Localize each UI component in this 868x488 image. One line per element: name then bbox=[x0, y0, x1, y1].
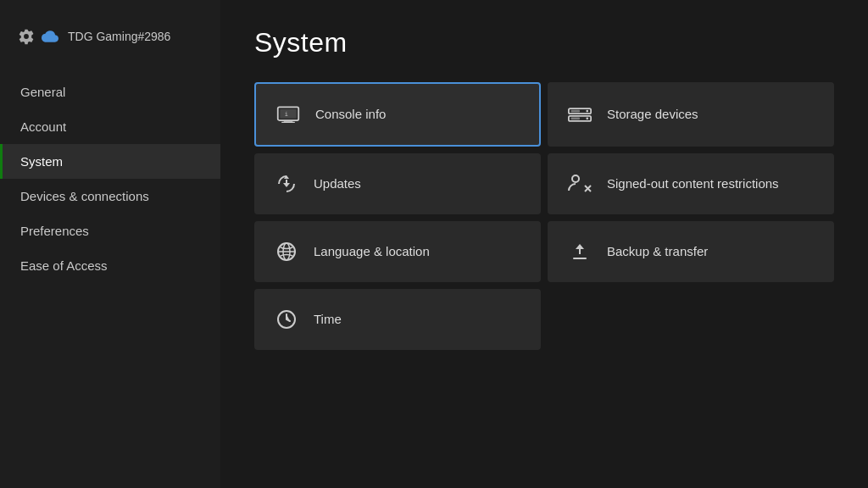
backup-icon bbox=[568, 240, 592, 263]
console-info-label: Console info bbox=[315, 106, 386, 123]
svg-point-8 bbox=[586, 118, 588, 120]
updates-label: Updates bbox=[314, 175, 361, 192]
language-icon bbox=[275, 240, 298, 263]
storage-label: Storage devices bbox=[607, 106, 698, 123]
signed-out-label: Signed-out content restrictions bbox=[607, 175, 779, 192]
time-icon bbox=[275, 308, 298, 331]
language-label: Language & location bbox=[314, 243, 430, 260]
sidebar: TDG Gaming#2986 General Account System D… bbox=[0, 0, 220, 488]
svg-rect-9 bbox=[571, 110, 581, 113]
grid-item-console-info[interactable]: i Console info bbox=[254, 82, 541, 147]
sidebar-item-ease[interactable]: Ease of Access bbox=[0, 248, 220, 283]
settings-grid: i Console info Storage devices bbox=[254, 82, 834, 350]
username: TDG Gaming#2986 bbox=[68, 30, 170, 43]
profile-icons bbox=[17, 27, 59, 46]
svg-text:i: i bbox=[285, 111, 288, 118]
cloud-icon bbox=[41, 27, 59, 46]
storage-icon bbox=[568, 103, 592, 126]
grid-item-time[interactable]: Time bbox=[254, 289, 541, 350]
sidebar-item-general[interactable]: General bbox=[0, 75, 220, 109]
grid-item-updates[interactable]: Updates bbox=[254, 153, 541, 214]
svg-point-11 bbox=[572, 175, 579, 182]
signed-out-icon bbox=[568, 172, 592, 196]
svg-point-6 bbox=[586, 110, 588, 113]
grid-item-backup[interactable]: Backup & transfer bbox=[548, 221, 834, 282]
backup-label: Backup & transfer bbox=[607, 243, 708, 260]
sidebar-item-preferences[interactable]: Preferences bbox=[0, 214, 220, 248]
console-info-icon: i bbox=[276, 103, 300, 126]
user-profile: TDG Gaming#2986 bbox=[0, 17, 220, 66]
time-label: Time bbox=[314, 311, 342, 328]
page-title: System bbox=[254, 27, 834, 58]
sidebar-item-system[interactable]: System bbox=[0, 144, 220, 179]
gear-icon bbox=[17, 27, 36, 46]
svg-rect-3 bbox=[280, 109, 296, 119]
nav-list: General Account System Devices & connect… bbox=[0, 75, 220, 283]
sidebar-item-devices[interactable]: Devices & connections bbox=[0, 179, 220, 214]
grid-item-language[interactable]: Language & location bbox=[254, 221, 541, 282]
sidebar-item-account[interactable]: Account bbox=[0, 109, 220, 144]
svg-rect-1 bbox=[284, 120, 293, 122]
svg-rect-10 bbox=[571, 118, 581, 120]
updates-icon bbox=[275, 172, 298, 196]
svg-rect-2 bbox=[281, 122, 295, 123]
grid-item-storage[interactable]: Storage devices bbox=[548, 82, 834, 147]
grid-item-signed-out[interactable]: Signed-out content restrictions bbox=[548, 153, 834, 214]
main-content: System i Console info bbox=[220, 0, 868, 488]
